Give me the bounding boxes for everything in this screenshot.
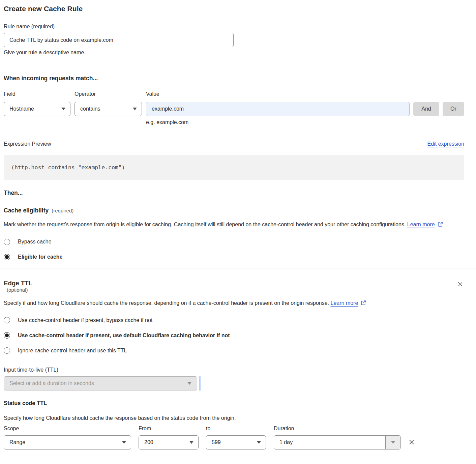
edge-ttl-close-button[interactable] [456, 280, 464, 289]
close-icon [457, 281, 464, 288]
edge-ttl-heading: Edge TTL [4, 280, 32, 287]
section-divider [0, 268, 476, 268]
create-cache-rule-form: Create new Cache Rule Rule name (require… [0, 0, 476, 450]
edit-expression-link[interactable]: Edit expression [427, 141, 464, 147]
external-link-icon [437, 221, 443, 231]
chevron-down-icon [133, 108, 137, 110]
cache-eligibility-description: Mark whether the request’s response from… [4, 220, 457, 231]
from-select[interactable]: 200 [139, 435, 199, 450]
radio-icon[interactable] [4, 332, 10, 339]
radio-icon[interactable] [4, 317, 10, 323]
delete-status-row-button[interactable] [407, 438, 416, 447]
to-label: to [206, 426, 274, 432]
and-button[interactable]: And [413, 102, 439, 116]
rule-name-input[interactable] [4, 33, 234, 47]
chevron-down-icon [61, 108, 65, 110]
to-select[interactable]: 599 [206, 435, 266, 450]
value-help: e.g. example.com [4, 119, 464, 125]
field-label: Field [4, 91, 75, 97]
ttl-input-row: Select or add a duration in seconds [4, 376, 464, 391]
radio-cc-ignore[interactable]: Ignore cache-control header and use this… [4, 347, 464, 354]
duration-dropdown-button[interactable] [385, 436, 400, 449]
expression-preview-row: Expression Preview Edit expression [4, 141, 464, 147]
cache-eligibility-heading-row: Cache eligibility (required) [4, 207, 464, 214]
scope-label: Scope [4, 426, 139, 432]
radio-label: Ignore cache-control header and use this… [18, 348, 127, 354]
radio-label: Use cache-control header if present, byp… [18, 317, 152, 323]
radio-icon[interactable] [4, 239, 10, 245]
chevron-down-icon [187, 382, 191, 385]
chevron-down-icon [257, 441, 261, 444]
cache-eligibility-qualifier: (required) [52, 208, 73, 213]
status-code-ttl-heading: Status code TTL [4, 400, 464, 406]
operator-select[interactable]: contains [75, 102, 142, 116]
x-icon [408, 438, 415, 446]
edge-ttl-heading-row: Edge TTL (optional) [4, 280, 464, 293]
from-select-value: 200 [144, 439, 153, 445]
scope-select[interactable]: Range [4, 435, 131, 450]
radio-label: Eligible for cache [18, 254, 62, 260]
status-ttl-labels-row: Scope From to Duration [4, 426, 464, 432]
expression-code-text: (http.host contains "example.com") [11, 164, 125, 171]
ttl-duration-select: Select or add a duration in seconds [4, 376, 197, 390]
match-labels-row: Field Operator Value [4, 91, 464, 97]
operator-label: Operator [75, 91, 146, 97]
edge-ttl-qualifier: (optional) [7, 287, 28, 293]
cache-eligibility-description-text: Mark whether the request’s response from… [4, 222, 406, 227]
edge-ttl-description-text: Specify if and how long Cloudflare shoul… [4, 300, 329, 306]
match-heading: When incoming requests match... [4, 75, 464, 82]
text-cursor-bar [199, 376, 201, 391]
radio-icon[interactable] [4, 347, 10, 354]
field-select[interactable]: Hostname [4, 102, 70, 116]
radio-label: Use cache-control header if present, use… [18, 332, 230, 339]
expression-preview-code: (http.host contains "example.com") [4, 155, 464, 180]
cache-eligibility-learn-more-link[interactable]: Learn more [407, 222, 435, 227]
edge-ttl-heading-group: Edge TTL (optional) [4, 280, 32, 293]
radio-label: Bypass cache [18, 239, 52, 245]
radio-cc-default[interactable]: Use cache-control header if present, use… [4, 332, 464, 339]
expression-preview-label: Expression Preview [4, 141, 51, 147]
edge-ttl-description: Specify if and how long Cloudflare shoul… [4, 298, 457, 309]
rule-name-label: Rule name (required) [4, 24, 464, 30]
external-link-icon [360, 299, 366, 309]
duration-select[interactable]: 1 day [274, 435, 401, 450]
operator-select-value: contains [80, 106, 100, 112]
scope-select-value: Range [9, 439, 25, 445]
status-code-ttl-description: Specify how long Cloudflare should cache… [4, 414, 457, 423]
status-ttl-controls-row: Range 200 599 1 day [4, 435, 464, 450]
ttl-input-label: Input time-to-live (TTL) [4, 367, 464, 373]
cache-eligibility-heading: Cache eligibility [4, 207, 49, 214]
chevron-down-icon [391, 441, 395, 444]
or-button[interactable]: Or [443, 102, 464, 116]
from-label: From [139, 426, 206, 432]
field-select-value: Hostname [9, 106, 34, 112]
match-controls-row: Hostname contains And Or [4, 102, 464, 116]
rule-name-help: Give your rule a descriptive name. [4, 50, 464, 56]
to-select-value: 599 [212, 439, 221, 445]
chevron-down-icon [189, 441, 194, 444]
duration-select-value: 1 day [274, 439, 293, 445]
value-input[interactable] [146, 102, 410, 116]
value-label: Value [146, 91, 159, 97]
duration-label: Duration [274, 426, 294, 432]
then-heading: Then... [4, 190, 464, 197]
ttl-duration-dropdown-button [182, 377, 197, 390]
ttl-duration-placeholder: Select or add a duration in seconds [4, 380, 94, 386]
page-title: Create new Cache Rule [4, 5, 464, 13]
radio-eligible-for-cache[interactable]: Eligible for cache [4, 254, 464, 260]
edge-ttl-learn-more-link[interactable]: Learn more [331, 300, 358, 306]
radio-icon[interactable] [4, 254, 10, 260]
radio-bypass-cache[interactable]: Bypass cache [4, 239, 464, 245]
chevron-down-icon [122, 441, 126, 444]
radio-cc-bypass[interactable]: Use cache-control header if present, byp… [4, 317, 464, 323]
